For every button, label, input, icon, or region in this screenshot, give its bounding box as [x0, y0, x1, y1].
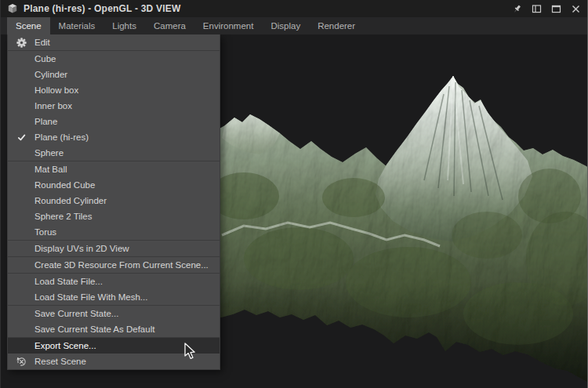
menu-item-save-current-state-as-default[interactable]: Save Current State As Default: [8, 321, 220, 337]
menubar-item-scene[interactable]: Scene: [7, 17, 50, 34]
dock-layout-icon[interactable]: [532, 4, 542, 14]
menu-item-label: Hollow box: [34, 85, 78, 95]
menu-item-create-3d-resource-from-current-scene[interactable]: Create 3D Resource From Current Scene...: [8, 257, 220, 273]
reset-icon: [8, 357, 34, 367]
menu-item-sphere[interactable]: Sphere: [8, 145, 220, 161]
window-title: Plane (hi-res) - OpenGL - 3D VIEW: [24, 3, 180, 14]
menu-item-label: Cube: [34, 54, 56, 63]
menu-item-plane[interactable]: Plane: [8, 114, 220, 129]
menu-item-torus[interactable]: Torus: [8, 224, 220, 240]
menu-item-label: Rounded Cylinder: [34, 196, 107, 205]
menu-item-label: Plane (hi-res): [34, 132, 89, 142]
menu-item-sphere-2-tiles[interactable]: Sphere 2 Tiles: [8, 209, 220, 224]
menu-item-plane-hi-res[interactable]: Plane (hi-res): [8, 129, 220, 145]
menu-item-label: Rounded Cube: [34, 180, 95, 190]
3d-view-window: Plane (hi-res) - OpenGL - 3D VIEW: [0, 0, 588, 388]
menu-item-cylinder[interactable]: Cylinder: [8, 67, 220, 82]
menu-item-save-current-state[interactable]: Save Current State...: [8, 306, 220, 321]
menu-item-label: Sphere: [34, 148, 64, 158]
menubar-item-display[interactable]: Display: [262, 17, 309, 34]
menu-item-label: Export Scene...: [34, 341, 96, 350]
menu-item-mat-ball[interactable]: Mat Ball: [8, 161, 220, 177]
menu-item-label: Inner box: [34, 101, 72, 111]
menubar-item-camera[interactable]: Camera: [145, 17, 194, 34]
window-controls: [512, 4, 581, 14]
menu-item-label: Reset Scene: [34, 357, 86, 366]
menubar-item-lights[interactable]: Lights: [103, 17, 145, 34]
menu-item-display-uvs-in-2d-view[interactable]: Display UVs in 2D View: [8, 241, 220, 256]
menu-item-load-state-file[interactable]: Load State File...: [8, 274, 220, 289]
maximize-icon[interactable]: [551, 4, 561, 14]
pin-icon[interactable]: [512, 4, 522, 14]
menu-item-edit[interactable]: Edit: [8, 34, 220, 50]
checkmark-icon: [8, 133, 34, 142]
menubar-item-environment[interactable]: Environment: [194, 17, 263, 34]
menubar-item-materials[interactable]: Materials: [50, 17, 104, 34]
scene-menu: EditCubeCylinderHollow boxInner boxPlane…: [7, 34, 220, 370]
menu-item-label: Create 3D Resource From Current Scene...: [34, 260, 209, 270]
menu-item-label: Plane: [34, 117, 57, 126]
titlebar[interactable]: Plane (hi-res) - OpenGL - 3D VIEW: [1, 0, 587, 17]
menu-item-label: Mat Ball: [34, 165, 67, 174]
close-icon[interactable]: [571, 4, 581, 14]
menubar: SceneMaterialsLightsCameraEnvironmentDis…: [1, 17, 587, 34]
menu-item-load-state-file-with-mesh[interactable]: Load State File With Mesh...: [8, 289, 220, 305]
menu-item-export-scene[interactable]: Export Scene...: [8, 338, 220, 354]
gear-icon: [8, 38, 34, 48]
menu-item-rounded-cylinder[interactable]: Rounded Cylinder: [8, 193, 220, 209]
menu-item-label: Display UVs in 2D View: [34, 244, 129, 253]
menu-item-reset-scene[interactable]: Reset Scene: [8, 354, 220, 369]
menu-item-label: Cylinder: [34, 70, 67, 79]
menubar-item-renderer[interactable]: Renderer: [309, 17, 364, 34]
menu-item-cube[interactable]: Cube: [8, 51, 220, 67]
cube-icon: [7, 3, 18, 14]
menu-item-inner-box[interactable]: Inner box: [8, 98, 220, 114]
menu-item-label: Load State File...: [34, 277, 103, 286]
menu-item-hollow-box[interactable]: Hollow box: [8, 82, 220, 98]
menu-item-label: Load State File With Mesh...: [34, 292, 147, 302]
menu-item-label: Torus: [34, 227, 56, 237]
menu-item-label: Save Current State As Default: [34, 325, 154, 334]
menu-item-rounded-cube[interactable]: Rounded Cube: [8, 177, 220, 193]
menu-item-label: Save Current State...: [34, 309, 118, 318]
menu-item-label: Edit: [34, 38, 50, 47]
menu-item-label: Sphere 2 Tiles: [34, 212, 93, 221]
